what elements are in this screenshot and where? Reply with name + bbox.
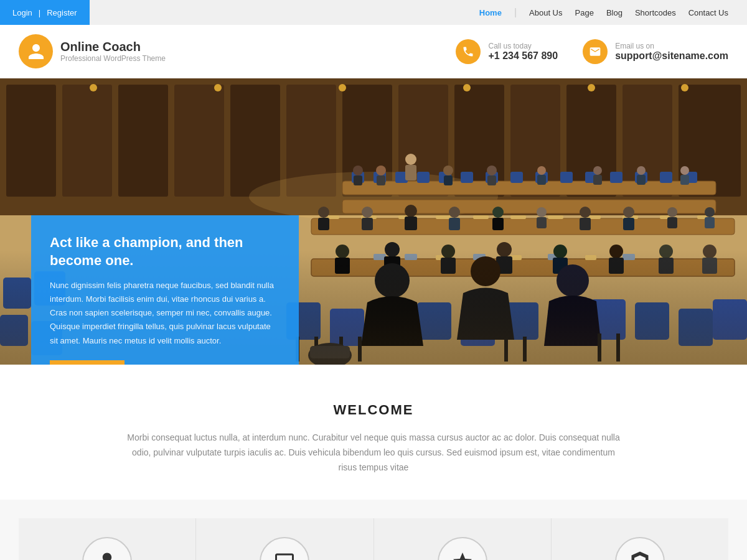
login-link[interactable]: Login <box>12 8 32 17</box>
read-more-button[interactable]: Read More <box>50 360 125 365</box>
star-icon <box>451 551 474 560</box>
nav-about[interactable]: About Us <box>529 8 562 17</box>
features-section <box>0 500 747 560</box>
site-tagline: Professional WordPress Theme <box>60 54 166 63</box>
nav-blog[interactable]: Blog <box>606 8 622 17</box>
person-logo-icon <box>27 42 45 61</box>
feature-card-monitor <box>196 518 374 560</box>
email-icon <box>589 45 601 58</box>
phone-info: Call us today +1 234 567 890 <box>488 42 558 62</box>
top-bar: Login | Register Home | About Us Page Bl… <box>0 0 747 25</box>
feature-card-person <box>19 518 196 560</box>
phone-icon <box>462 45 474 58</box>
nav-contact[interactable]: Contact Us <box>688 8 728 17</box>
feature-icon-person <box>82 537 132 560</box>
welcome-section: WELCOME Morbi consequat luctus nulla, at… <box>0 365 747 500</box>
monitor-icon <box>273 551 296 560</box>
nav-home[interactable]: Home <box>479 8 502 17</box>
email-icon-circle <box>583 39 608 64</box>
site-name: Online Coach <box>60 40 166 54</box>
phone-number: +1 234 567 890 <box>488 50 558 61</box>
feature-icon-shield <box>615 537 665 560</box>
shield-icon <box>629 551 651 560</box>
feature-card-shield <box>552 518 728 560</box>
main-nav: Home | About Us Page Blog Shortcodes Con… <box>479 7 747 18</box>
email-contact: Email us on support@sitename.com <box>583 39 728 64</box>
logo-circle <box>19 34 53 68</box>
nav-page[interactable]: Page <box>575 8 594 17</box>
phone-icon-circle <box>456 39 481 64</box>
feature-icon-star <box>438 537 487 560</box>
hero-section: Act like a champion, and then become one… <box>0 78 747 365</box>
email-info: Email us on support@sitename.com <box>615 42 728 62</box>
welcome-body: Morbi consequat luctus nulla, at interdu… <box>125 431 622 475</box>
phone-label: Call us today <box>488 42 558 50</box>
logo-area: Online Coach Professional WordPress Them… <box>19 34 166 68</box>
feature-icon-monitor <box>260 537 309 560</box>
phone-contact: Call us today +1 234 567 890 <box>456 39 558 64</box>
hero-overlay: Act like a champion, and then become one… <box>31 215 299 365</box>
person-icon <box>96 551 118 560</box>
header-contact: Call us today +1 234 567 890 Email us on… <box>456 39 728 64</box>
feature-card-star <box>374 518 552 560</box>
hero-body: Nunc dignissim felis pharetra neque fauc… <box>50 279 280 347</box>
top-bar-login-area: Login | Register <box>0 0 90 25</box>
site-header: Online Coach Professional WordPress Them… <box>0 25 747 78</box>
logo-text: Online Coach Professional WordPress Them… <box>60 40 166 63</box>
email-label: Email us on <box>615 42 728 50</box>
email-address: support@sitename.com <box>615 50 728 61</box>
divider: | <box>39 8 40 17</box>
welcome-title: WELCOME <box>125 402 622 418</box>
register-link[interactable]: Register <box>47 8 77 17</box>
nav-shortcodes[interactable]: Shortcodes <box>635 8 676 17</box>
hero-headline: Act like a champion, and then become one… <box>50 234 280 269</box>
